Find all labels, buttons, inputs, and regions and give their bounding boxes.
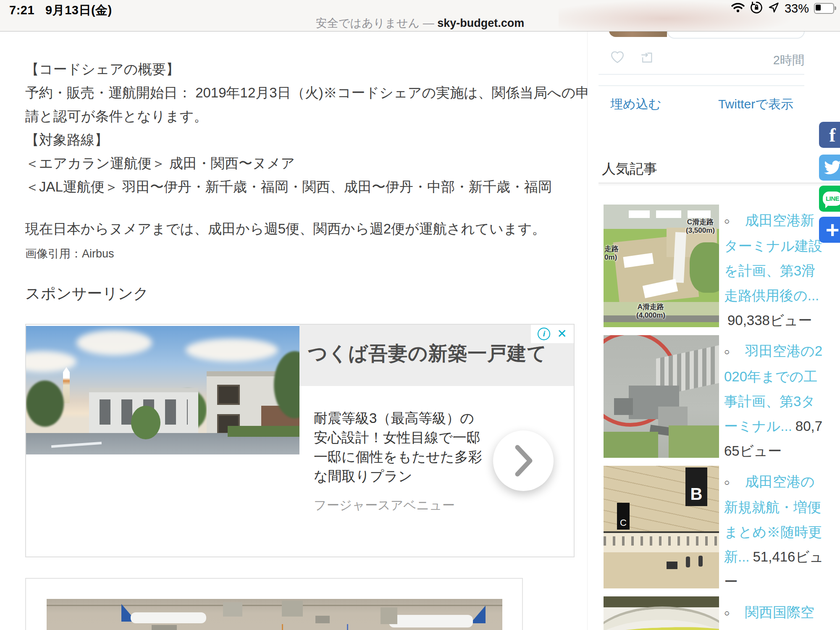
line-icon: LINE bbox=[823, 192, 840, 206]
ad-next-button[interactable] bbox=[493, 430, 554, 491]
embed-link[interactable]: 埋め込む bbox=[610, 97, 661, 111]
view-count: 90,338ビュー bbox=[727, 312, 812, 328]
map-building bbox=[688, 210, 711, 218]
cargo-cart bbox=[315, 616, 330, 623]
more-share-button[interactable]: + bbox=[819, 217, 840, 243]
building bbox=[614, 398, 633, 415]
gate-sign-c: C bbox=[617, 503, 630, 530]
clock: 7:21 bbox=[9, 3, 34, 17]
article-entry: ○関西国際空港の新規就航・増便まとめ※随 bbox=[724, 596, 825, 630]
person bbox=[698, 556, 703, 567]
article-paragraph: ＜JAL運航便＞ 羽田〜伊丹・新千歳・福岡・関西、成田〜伊丹・中部・新千歳・福岡 bbox=[25, 175, 596, 199]
not-secure-label: 安全ではありません — bbox=[316, 17, 434, 29]
list-bullet: ○ bbox=[724, 339, 745, 364]
article-entry: ○成田空港の新規就航・増便まとめ※随時更新...51,416ビュー bbox=[724, 466, 825, 594]
article-body: 【コードシェアの概要】 予約・販売・運航開始日： 2019年12月3日（火)※コ… bbox=[25, 31, 598, 630]
divider bbox=[598, 183, 840, 184]
divider bbox=[598, 74, 804, 75]
article-image-card bbox=[25, 578, 523, 630]
browser-top-bar: 7:219月13日(金) 33% 安全ではありません — sky-budget.… bbox=[0, 0, 840, 32]
window bbox=[217, 385, 240, 405]
building bbox=[658, 407, 688, 428]
article-thumbnail-kansai-interior[interactable] bbox=[604, 596, 719, 630]
article-entry: ○成田空港新ターミナル建設を計画、第3滑走路供用後の...90,338ビュー bbox=[724, 205, 825, 333]
article-paragraph: 予約・販売・運航開始日： 2019年12月3日（火)※コードシェアの実施は、関係… bbox=[25, 81, 596, 128]
airport-apron-photo bbox=[47, 599, 502, 630]
luggage-cart bbox=[667, 562, 677, 569]
adchoices-info-icon[interactable]: i bbox=[538, 328, 550, 340]
orientation-lock-icon bbox=[750, 1, 763, 16]
status-bar: 7:219月13日(金) 33% bbox=[0, 0, 840, 16]
adchoices-controls: i ✕ bbox=[531, 325, 574, 343]
rocket-monument bbox=[63, 367, 70, 403]
article-paragraph: 【コードシェアの概要】 bbox=[25, 58, 596, 81]
jet-bridge bbox=[381, 607, 397, 624]
left-runway-label: 走路 bbox=[604, 245, 619, 253]
safari-page: 7:219月13日(金) 33% 安全ではありません — sky-budget.… bbox=[0, 0, 840, 630]
ad-description[interactable]: 耐震等級3（最高等級）の安心設計！女性目線で一邸一邸に個性をもたせた多彩な間取り… bbox=[314, 409, 486, 486]
curved-truss bbox=[604, 609, 719, 630]
ad-title[interactable]: つくば吾妻の新築一戸建て bbox=[308, 341, 547, 367]
cloud-shape bbox=[186, 339, 278, 362]
ad-house-image[interactable] bbox=[26, 326, 299, 454]
pole bbox=[347, 624, 348, 630]
a-runway-label: A滑走路 bbox=[638, 303, 664, 311]
location-arrow-icon bbox=[768, 2, 780, 15]
tweet-timestamp[interactable]: 2時間 bbox=[731, 52, 804, 69]
plus-icon: + bbox=[826, 218, 840, 242]
site-domain: sky-budget.com bbox=[437, 17, 524, 29]
article-entry: ○羽田空港の2020年までの工事計画、第3ターミナル...80,765ビュー bbox=[724, 335, 825, 463]
popular-articles-heading: 人気記事 bbox=[602, 160, 657, 178]
battery-icon bbox=[814, 3, 834, 14]
list-item: ○羽田空港の2020年までの工事計画、第3ターミナル...80,765ビュー bbox=[604, 335, 840, 463]
wifi-icon bbox=[731, 2, 745, 15]
facebook-share-button[interactable]: f bbox=[819, 122, 840, 148]
tree-shape bbox=[26, 381, 64, 427]
article-paragraph: ＜エアカラン運航便＞ 成田・関西〜ヌメア bbox=[25, 152, 596, 175]
date: 9月13日(金) bbox=[45, 3, 112, 17]
c-runway-label: C滑走路 bbox=[687, 218, 714, 226]
facebook-icon: f bbox=[829, 124, 835, 146]
twitter-share-button[interactable] bbox=[819, 155, 840, 181]
line-share-button[interactable]: LINE bbox=[819, 186, 840, 212]
cloud-shape bbox=[26, 351, 76, 372]
popular-articles-list: C滑走路 (3,500m) 走路 0m) A滑走路 (4,000m) ○成田空港… bbox=[604, 205, 840, 630]
grass bbox=[604, 432, 658, 458]
image-credit: 画像引用：Airbus bbox=[25, 247, 596, 260]
hedge bbox=[228, 426, 299, 437]
article-thumbnail-haneda-aerial[interactable] bbox=[604, 335, 719, 458]
list-item: C滑走路 (3,500m) 走路 0m) A滑走路 (4,000m) ○成田空港… bbox=[604, 205, 840, 333]
ad-close-icon[interactable]: ✕ bbox=[557, 328, 567, 340]
ana-plane-fuselage bbox=[131, 612, 206, 623]
ad-header-panel: つくば吾妻の新築一戸建て i ✕ bbox=[299, 325, 574, 386]
boarding-stairs bbox=[223, 602, 242, 617]
article-thumbnail-narita-map[interactable]: C滑走路 (3,500m) 走路 0m) A滑走路 (4,000m) bbox=[604, 205, 719, 327]
article-paragraph: 【対象路線】 bbox=[25, 128, 596, 152]
share-icon[interactable] bbox=[639, 50, 654, 66]
map-building bbox=[656, 210, 681, 218]
apron-edge bbox=[47, 605, 502, 606]
list-item: ○関西国際空港の新規就航・増便まとめ※随 bbox=[604, 596, 840, 630]
ad-advertiser[interactable]: フージャースアベニュー bbox=[314, 497, 455, 514]
grass bbox=[669, 425, 719, 458]
chevron-right-icon bbox=[493, 430, 554, 491]
list-bullet: ○ bbox=[724, 601, 745, 625]
divider bbox=[598, 85, 804, 86]
crowd bbox=[604, 536, 719, 546]
list-item: B C ○成田空港の新規就航・増便まとめ※随時更新...51,416ビュー bbox=[604, 466, 840, 594]
view-on-twitter-link[interactable]: Twitterで表示 bbox=[718, 96, 793, 113]
article-thumbnail-terminal-interior[interactable]: B C bbox=[604, 466, 719, 588]
ad-banner[interactable]: つくば吾妻の新築一戸建て i ✕ 耐震等級3（最高等級）の安心設計！女性目線で一… bbox=[25, 324, 575, 557]
battery-percent: 33% bbox=[785, 2, 809, 16]
boarding-stairs bbox=[282, 601, 303, 617]
map-building bbox=[629, 210, 650, 218]
sponsored-links-label: スポンサーリンク bbox=[25, 285, 596, 302]
list-bullet: ○ bbox=[724, 209, 745, 234]
tree-shape bbox=[131, 406, 160, 439]
taxi-line bbox=[282, 624, 283, 630]
ceiling-dark-band bbox=[604, 596, 719, 607]
like-heart-icon[interactable] bbox=[610, 50, 625, 65]
address-bar[interactable]: 安全ではありません — sky-budget.com bbox=[0, 16, 840, 31]
article-paragraph: 現在日本からヌメアまでは、成田から週5便、関西から週2便が運航されています。 bbox=[25, 217, 596, 241]
list-bullet: ○ bbox=[724, 470, 745, 495]
